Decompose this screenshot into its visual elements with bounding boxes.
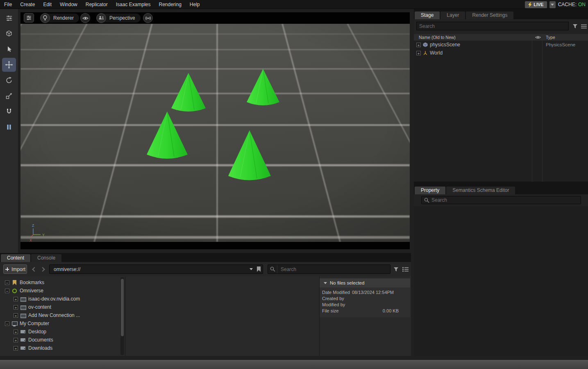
menu-item-edit[interactable]: Edit <box>43 2 52 7</box>
expander-toggle[interactable]: − <box>5 289 9 293</box>
move-tool[interactable] <box>2 58 16 72</box>
forward-button[interactable] <box>39 265 47 273</box>
select-prim-tool[interactable] <box>2 27 16 41</box>
lightning-icon <box>528 2 532 7</box>
column-visibility-header[interactable] <box>534 33 542 41</box>
scrollbar-thumb[interactable] <box>121 279 124 336</box>
menu-item-create[interactable]: Create <box>20 2 35 7</box>
right-panel: Stage Layer Render Settings Name (Old to… <box>414 9 588 356</box>
tab-render-settings[interactable]: Render Settings <box>466 11 513 19</box>
rotate-icon <box>5 76 13 84</box>
live-dropdown[interactable] <box>549 1 556 8</box>
content-view-options-button[interactable] <box>401 265 409 273</box>
expander-toggle[interactable]: + <box>416 51 421 55</box>
expander-toggle[interactable]: + <box>14 297 18 301</box>
column-name-header[interactable]: Name (Old to New) <box>419 34 456 41</box>
eye-icon <box>82 16 89 20</box>
detail-created-by: Created by <box>320 296 410 302</box>
drive-icon <box>20 337 26 343</box>
prim-name: World <box>430 50 443 56</box>
status-bar <box>0 360 588 369</box>
tree-item-downloads[interactable]: + Downloads <box>0 344 120 352</box>
menu-item-file[interactable]: File <box>4 2 12 7</box>
path-input[interactable] <box>50 265 246 273</box>
content-search-input[interactable] <box>277 266 390 272</box>
tree-scrollbar[interactable] <box>120 277 124 355</box>
detail-modified-by: Modified by <box>320 302 410 308</box>
snap-tool[interactable] <box>2 105 16 118</box>
expander-toggle[interactable]: + <box>14 313 18 318</box>
path-dropdown-icon[interactable] <box>250 268 253 270</box>
tree-item-bookmarks[interactable]: − Bookmarks <box>0 278 120 287</box>
stage-item-physicsscene[interactable]: + physicsScene PhysicsScene <box>414 41 588 49</box>
cache-label: CACHE: <box>558 2 577 7</box>
plus-icon <box>5 267 9 271</box>
tab-semantics-schema-editor[interactable]: Semantics Schema Editor <box>446 187 515 194</box>
axis-z-label: Z <box>32 223 34 228</box>
menu-item-replicator[interactable]: Replicator <box>86 2 108 7</box>
column-divider <box>532 34 532 182</box>
tree-item-label: Desktop <box>28 329 46 335</box>
tab-console[interactable]: Console <box>31 254 61 262</box>
details-rows: Date Modified 08/13/2024 12:54PM Created… <box>320 287 410 317</box>
tree-item-documents[interactable]: + Documents <box>0 336 120 344</box>
menu-item-window[interactable]: Window <box>60 2 77 7</box>
scale-tool[interactable] <box>2 89 16 103</box>
visibility-button[interactable] <box>80 13 90 23</box>
bookmark-icon[interactable] <box>257 266 261 272</box>
file-grid-area[interactable] <box>125 276 319 356</box>
column-type-header[interactable]: Type <box>546 34 555 41</box>
tab-stage[interactable]: Stage <box>415 11 440 19</box>
tree-item-my-computer[interactable]: − My Computer <box>0 319 120 328</box>
stage-filter-button[interactable] <box>571 22 579 30</box>
expander-toggle[interactable]: − <box>5 321 9 326</box>
menu-item-rendering[interactable]: Rendering <box>159 2 181 7</box>
expander-toggle[interactable]: + <box>14 330 18 334</box>
stage-options-button[interactable] <box>580 22 588 30</box>
back-button[interactable] <box>30 265 39 273</box>
capture-icon <box>145 15 152 22</box>
path-bar <box>49 264 263 274</box>
capture-button[interactable] <box>143 13 153 23</box>
expander-toggle[interactable]: + <box>14 346 18 351</box>
stage-search-input[interactable] <box>416 22 569 30</box>
file-details-panel: No files selected Date Modified 08/13/20… <box>320 278 410 317</box>
tree-item-add-new-connection[interactable]: + Add New Connection ... <box>0 311 120 319</box>
expander-toggle[interactable]: + <box>14 305 18 310</box>
camera-selector[interactable]: Perspective <box>96 13 141 23</box>
content-browser: Content Console Import <box>0 253 411 356</box>
details-header[interactable]: No files selected <box>320 278 410 287</box>
menu-item-isaac-examples[interactable]: Isaac Examples <box>116 2 151 7</box>
expander-toggle[interactable]: + <box>14 338 18 342</box>
property-search-box[interactable]: Search <box>421 196 581 204</box>
expander-toggle[interactable]: − <box>5 280 9 285</box>
tab-property[interactable]: Property <box>415 187 445 194</box>
viewport-settings-button[interactable] <box>24 13 34 23</box>
cursor-icon <box>5 45 13 53</box>
tree-item-label: Add New Connection ... <box>28 312 80 318</box>
menu-item-help[interactable]: Help <box>190 2 200 7</box>
live-button[interactable]: LIVE <box>525 1 547 8</box>
import-label: Import <box>11 266 25 272</box>
tree-item-ov-content[interactable]: + ov-content <box>0 303 120 311</box>
expander-toggle[interactable]: + <box>416 43 421 47</box>
pause-button[interactable] <box>2 120 16 134</box>
axis-y-label: Y <box>42 233 45 237</box>
viewport[interactable]: Z Y X Renderer <box>20 12 410 249</box>
tree-item-label: Documents <box>28 337 53 343</box>
viewport-render-area[interactable]: Z Y X <box>20 24 410 242</box>
stage-tab-bar: Stage Layer Render Settings <box>414 9 588 19</box>
main-menu-button[interactable] <box>2 11 16 25</box>
tab-layer[interactable]: Layer <box>440 11 465 19</box>
select-tool[interactable] <box>2 42 16 56</box>
tree-item-desktop[interactable]: + Desktop <box>0 328 120 336</box>
stage-item-world[interactable]: + World <box>414 49 588 57</box>
content-filter-button[interactable] <box>392 265 400 273</box>
import-button[interactable]: Import <box>3 264 27 274</box>
tree-item-isaac-dev-server[interactable]: + isaac-dev.ov.nvidia.com <box>0 295 120 303</box>
renderer-selector[interactable]: Renderer <box>40 13 79 23</box>
tree-item-label: Downloads <box>28 345 52 351</box>
rotate-tool[interactable] <box>2 73 16 87</box>
tree-item-omniverse[interactable]: − Omniverse <box>0 287 120 295</box>
tab-content[interactable]: Content <box>1 254 30 262</box>
